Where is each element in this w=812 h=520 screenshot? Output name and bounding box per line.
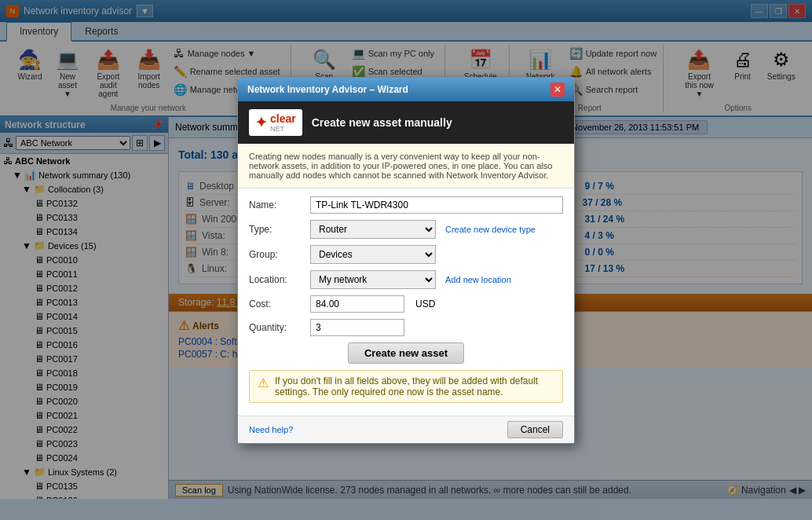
form-row-name: Name: (249, 196, 563, 214)
cost-currency: USD (415, 298, 435, 309)
create-asset-modal: Network Inventory Advisor – Wizard ✕ ✦ c… (237, 77, 575, 444)
modal-footer: Need help? Cancel (238, 416, 574, 443)
group-select[interactable]: Devices Collocation Linux Systems Reorga… (310, 245, 436, 264)
modal-title: Network Inventory Advisor – Wizard (247, 84, 408, 95)
modal-header-title: Create new asset manually (312, 116, 452, 129)
warning-text: If you don't fill in all fields above, t… (275, 375, 554, 397)
cost-input[interactable] (310, 295, 404, 313)
modal-form: Name: Type: Router Desktop PC Server Wor… (238, 189, 574, 416)
modal-title-bar: Network Inventory Advisor – Wizard ✕ (238, 78, 574, 101)
form-row-location: Location: My network Other Add new locat… (249, 270, 563, 289)
form-row-quantity: Quantity: (249, 319, 563, 336)
logo-icon: ✦ (255, 114, 267, 131)
modal-warning: ⚠ If you don't fill in all fields above,… (249, 370, 563, 403)
modal-description: Creating new nodes manually is a very co… (238, 144, 574, 189)
name-label: Name: (249, 200, 304, 211)
group-label: Group: (249, 249, 304, 260)
location-label: Location: (249, 274, 304, 285)
modal-header: ✦ clear NET Create new asset manually (238, 101, 574, 144)
location-select[interactable]: My network Other (310, 270, 436, 289)
modal-overlay: Network Inventory Advisor – Wizard ✕ ✦ c… (0, 0, 812, 520)
cost-label: Cost: (249, 298, 304, 309)
modal-close-button[interactable]: ✕ (550, 82, 565, 97)
form-row-type: Type: Router Desktop PC Server Workstati… (249, 220, 563, 239)
form-row-group: Group: Devices Collocation Linux Systems… (249, 245, 563, 264)
name-input[interactable] (310, 196, 563, 214)
type-select[interactable]: Router Desktop PC Server Workstation (310, 220, 436, 239)
warning-icon: ⚠ (258, 375, 269, 397)
form-row-cost: Cost: USD (249, 295, 563, 313)
type-label: Type: (249, 224, 304, 235)
help-link[interactable]: Need help? (249, 425, 293, 434)
logo-text: clear (270, 112, 296, 125)
create-asset-button[interactable]: Create new asset (348, 342, 464, 364)
cancel-button[interactable]: Cancel (507, 421, 563, 438)
create-device-type-link[interactable]: Create new device type (445, 225, 536, 234)
logo-sub: NET (270, 125, 296, 133)
quantity-input[interactable] (310, 319, 404, 336)
add-location-link[interactable]: Add new location (445, 275, 511, 284)
quantity-label: Quantity: (249, 322, 304, 333)
modal-logo: ✦ clear NET (249, 109, 302, 136)
